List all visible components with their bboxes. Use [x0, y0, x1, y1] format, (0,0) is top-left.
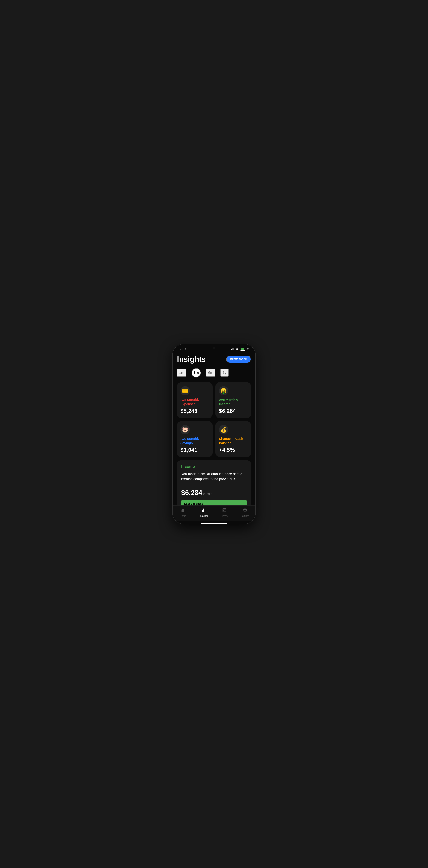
phone-frame: 3:10 90 Insight: [172, 344, 256, 524]
home-indicator: [201, 523, 227, 524]
income-bar-label: Last 3 months: [184, 502, 203, 505]
cash-balance-icon: 💰: [219, 425, 228, 434]
nav-settings-label: Settings: [241, 515, 249, 517]
income-detail-title: Income: [181, 464, 247, 469]
nav-insights-label: Insights: [200, 515, 208, 517]
battery-level: 90: [247, 348, 249, 350]
income-icon: 🤑: [219, 386, 228, 396]
settings-icon: [243, 508, 247, 514]
battery-icon: 90: [240, 348, 249, 350]
expenses-icon: 💳: [180, 386, 190, 396]
header: Insights DEMO MODE: [177, 353, 251, 368]
expenses-label: Avg Monthly Expenses: [180, 398, 209, 406]
demo-mode-button[interactable]: DEMO MODE: [226, 356, 251, 363]
nav-insights[interactable]: Insights: [193, 508, 214, 517]
home-icon: [181, 508, 185, 514]
history-icon: [222, 508, 226, 514]
income-amount-period: /month: [203, 492, 212, 496]
camera-notch: [213, 347, 215, 349]
time-tabs: 1m 3m 6m 1y: [177, 368, 251, 377]
income-amount: $6,284 /month: [181, 489, 247, 497]
income-amount-value: $6,284: [181, 489, 202, 497]
tab-3m[interactable]: 3m: [191, 368, 201, 377]
page-title: Insights: [177, 355, 206, 364]
savings-card: 🐷 Avg Monthly Savings $1,041: [177, 421, 213, 457]
status-icons: 90: [230, 348, 249, 350]
bottom-nav: Home Insights History: [173, 505, 255, 522]
tab-1m[interactable]: 1m: [177, 369, 186, 377]
income-value: $6,284: [219, 408, 248, 414]
nav-home[interactable]: Home: [173, 508, 193, 517]
income-bar: Last 3 months: [181, 500, 247, 505]
nav-history-label: History: [221, 515, 228, 517]
income-card-small: 🤑 Avg Monthly Income $6,284: [215, 382, 251, 418]
signal-icon: [230, 348, 234, 350]
nav-home-label: Home: [180, 515, 186, 517]
income-detail-description: You made a similar amount these past 3 m…: [181, 471, 247, 482]
main-content[interactable]: Insights DEMO MODE 1m 3m 6m 1y 💳 Avg Mon…: [173, 353, 255, 505]
cash-balance-card: 💰 Change in Cash Balance +4.5%: [215, 421, 251, 457]
phone-screen: 3:10 90 Insight: [173, 344, 255, 524]
savings-value: $1,041: [180, 446, 209, 453]
insights-icon: [202, 508, 206, 514]
cards-grid: 💳 Avg Monthly Expenses $5,243 🤑 Avg Mont…: [177, 382, 251, 457]
status-time: 3:10: [179, 347, 186, 351]
tab-1y[interactable]: 1y: [220, 369, 228, 377]
wifi-icon: [235, 348, 239, 350]
tab-6m[interactable]: 6m: [206, 369, 215, 377]
savings-label: Avg Monthly Savings: [180, 437, 209, 445]
income-detail-card: Income You made a similar amount these p…: [177, 460, 251, 505]
cash-balance-label: Change in Cash Balance: [219, 437, 248, 445]
income-label: Avg Monthly Income: [219, 398, 248, 406]
expenses-value: $5,243: [180, 408, 209, 414]
cash-balance-value: +4.5%: [219, 446, 248, 453]
nav-history[interactable]: History: [214, 508, 235, 517]
savings-icon: 🐷: [180, 425, 190, 434]
nav-settings[interactable]: Settings: [235, 508, 255, 517]
expenses-card: 💳 Avg Monthly Expenses $5,243: [177, 382, 213, 418]
